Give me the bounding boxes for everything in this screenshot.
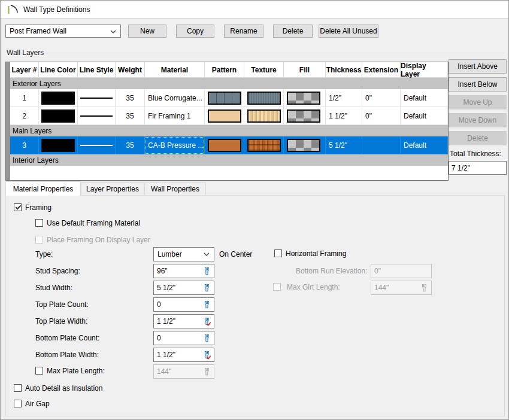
pattern-cell[interactable]	[205, 136, 244, 154]
move-up-button[interactable]: Move Up	[449, 95, 507, 109]
material-cell[interactable]: CA-B Pressure ...	[145, 136, 205, 154]
line-style-sample	[80, 115, 113, 117]
section-header-exterior-layers: Exterior Layers	[6, 78, 448, 89]
table-row-layer-1[interactable]: 1 35 Blue Corrugate... 1/2" 0" Default	[6, 89, 448, 107]
fill-cell[interactable]	[284, 136, 326, 154]
material-cell[interactable]: Blue Corrugate...	[145, 89, 205, 107]
extension-cell[interactable]	[362, 136, 401, 154]
stud-width-field[interactable]	[153, 281, 214, 295]
bottom-plate-count-field[interactable]	[153, 331, 214, 345]
horizontal-framing-label: Horizontal Framing	[286, 249, 346, 258]
layer-number: 2	[10, 107, 39, 125]
line-style-cell[interactable]	[78, 136, 116, 154]
display-layer-cell[interactable]: Default	[401, 136, 448, 154]
wrench-icon[interactable]	[202, 300, 211, 309]
wall-type-dropdown-value: Post Framed Wall	[10, 27, 66, 35]
col-header-thickness: Thickness	[326, 62, 362, 78]
framing-type-dropdown[interactable]: Lumber	[153, 247, 214, 261]
wrench-edited-icon[interactable]	[202, 351, 211, 360]
thickness-cell[interactable]: 1 1/2"	[326, 107, 362, 125]
col-header-weight: Weight	[116, 62, 145, 78]
thickness-cell[interactable]: 5 1/2"	[326, 136, 362, 154]
auto-detail-as-insulation-checkbox[interactable]	[14, 384, 22, 392]
max-plate-length-checkbox[interactable]	[35, 367, 43, 375]
tab-wall-properties[interactable]: Wall Properties	[144, 182, 206, 196]
top-plate-width-field[interactable]	[153, 314, 214, 328]
weight-cell[interactable]: 35	[116, 136, 145, 154]
total-thickness-input[interactable]	[449, 161, 507, 175]
line-style-cell[interactable]	[78, 89, 116, 107]
copy-button[interactable]: Copy	[176, 25, 214, 38]
max-plate-length-field	[153, 364, 214, 379]
pattern-cell[interactable]	[205, 107, 244, 125]
line-style-cell[interactable]	[78, 107, 116, 125]
display-layer-cell[interactable]: Default	[401, 89, 448, 107]
row-header-strip	[6, 62, 10, 78]
texture-swatch	[247, 109, 281, 123]
auto-detail-as-insulation-label: Auto Detail as Insulation	[25, 384, 102, 393]
table-row-layer-3-selected[interactable]: 3 35 CA-B Pressure ... 5 1/2" Default	[6, 136, 448, 154]
wrench-icon[interactable]	[202, 267, 211, 276]
bottom-run-elevation-field	[371, 264, 432, 278]
weight-cell[interactable]: 35	[116, 107, 145, 125]
material-cell[interactable]: Fir Framing 1	[145, 107, 205, 125]
wrench-icon[interactable]	[202, 334, 211, 343]
row-header-strip	[6, 136, 10, 154]
bottom-plate-width-field[interactable]	[153, 348, 214, 362]
line-color-cell[interactable]	[39, 107, 78, 125]
dialog-title: Wall Type Definitions	[23, 5, 90, 14]
wrench-icon[interactable]	[202, 284, 211, 293]
place-framing-on-display-layer-label: Place Framing On Display Layer	[47, 236, 150, 245]
line-color-cell[interactable]	[39, 136, 78, 154]
use-default-framing-material-checkbox[interactable]	[35, 219, 43, 227]
pattern-swatch	[208, 92, 241, 105]
rename-button[interactable]: Rename	[224, 25, 263, 38]
framing-checkbox[interactable]	[14, 203, 22, 211]
display-layer-cell[interactable]: Default	[401, 107, 448, 125]
row-delete-button[interactable]: Delete	[449, 131, 507, 145]
move-down-button[interactable]: Move Down	[449, 113, 507, 127]
delete-button[interactable]: Delete	[273, 25, 313, 38]
col-header-extension: Extension	[362, 62, 401, 78]
wrench-edited-icon[interactable]	[202, 317, 211, 326]
max-girt-length-field	[371, 281, 432, 295]
top-plate-count-label: Top Plate Count:	[35, 300, 89, 309]
pattern-cell[interactable]	[205, 89, 244, 107]
extension-cell[interactable]: 0"	[362, 107, 401, 125]
row-header-strip	[6, 78, 10, 89]
delete-all-unused-button[interactable]: Delete All Unused	[319, 25, 378, 38]
insert-below-button[interactable]: Insert Below	[449, 77, 507, 92]
wall-layers-table[interactable]: Layer # Line Color Line Style Weight Mat…	[5, 62, 449, 181]
fill-swatch	[287, 109, 320, 123]
fill-cell[interactable]	[284, 107, 326, 125]
air-gap-label: Air Gap	[25, 400, 50, 409]
horizontal-framing-checkbox[interactable]	[274, 249, 282, 257]
top-plate-count-field[interactable]	[153, 297, 214, 312]
row-header-strip	[6, 125, 10, 136]
row-header-strip	[6, 154, 10, 166]
new-button[interactable]: New	[128, 25, 166, 38]
wall-type-dropdown[interactable]: Post Framed Wall	[5, 25, 121, 38]
col-header-layer-num: Layer #	[10, 62, 39, 78]
texture-cell[interactable]	[244, 136, 284, 154]
fill-cell[interactable]	[284, 89, 326, 107]
weight-cell[interactable]: 35	[116, 89, 145, 107]
thickness-cell[interactable]: 1/2"	[326, 89, 362, 107]
extension-cell[interactable]: 0"	[362, 89, 401, 107]
bottom-run-elevation-label: Bottom Run Elevation:	[296, 267, 367, 276]
tab-material-properties[interactable]: Material Properties	[5, 181, 81, 196]
table-row-layer-2[interactable]: 2 35 Fir Framing 1 1 1/2" 0" Default	[6, 107, 448, 125]
texture-cell[interactable]	[244, 107, 284, 125]
total-thickness-label: Total Thickness:	[450, 150, 501, 158]
insert-above-button[interactable]: Insert Above	[449, 59, 507, 74]
max-girt-length-checkbox	[273, 283, 281, 291]
air-gap-checkbox[interactable]	[14, 400, 22, 407]
texture-swatch	[247, 139, 281, 152]
texture-cell[interactable]	[244, 89, 284, 107]
layer-number: 3	[10, 136, 39, 154]
stud-spacing-field[interactable]	[153, 264, 214, 278]
place-framing-on-display-layer-checkbox	[35, 236, 43, 244]
line-color-cell[interactable]	[39, 89, 78, 107]
title-bar: Wall Type Definitions	[1, 1, 508, 19]
tab-layer-properties[interactable]: Layer Properties	[81, 182, 144, 196]
